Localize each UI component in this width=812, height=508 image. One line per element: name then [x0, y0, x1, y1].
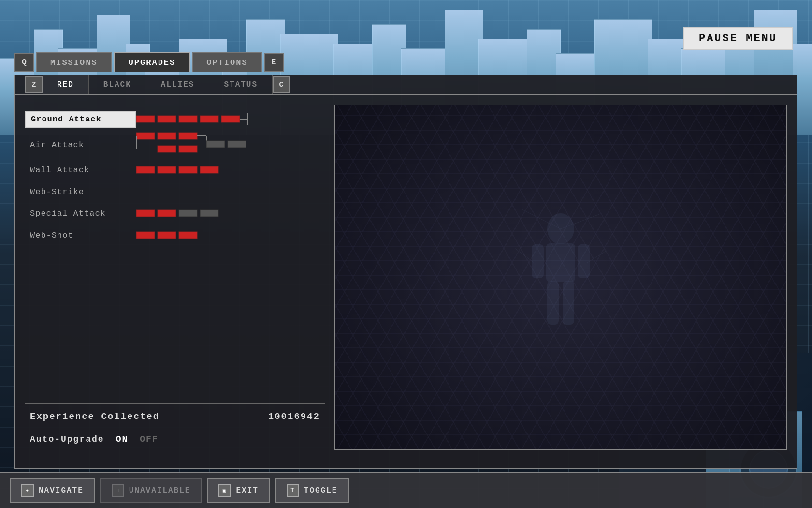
character-silhouette [512, 209, 609, 345]
navigate-icon: ✦ [21, 484, 34, 497]
svg-rect-33 [547, 281, 559, 325]
skill-name-special-attack[interactable]: Special Attack [25, 206, 136, 221]
svg-rect-17 [228, 141, 246, 148]
svg-line-38 [587, 251, 607, 263]
toggle-label: TOGGLE [304, 486, 338, 495]
exit-icon: ▣ [218, 484, 231, 497]
sub-tab-red[interactable]: RED [43, 75, 89, 94]
tab-key-e[interactable]: E [264, 53, 284, 72]
svg-rect-31 [532, 244, 544, 278]
upgrade-bars-special-attack [136, 206, 325, 221]
unavailable-button: □ UNAVAILABLE [100, 478, 203, 503]
toggle-button[interactable]: T TOGGLE [275, 478, 349, 503]
svg-rect-2 [179, 116, 197, 122]
svg-rect-4 [221, 116, 240, 122]
svg-rect-9 [179, 133, 197, 139]
upgrade-bars-web-strike [136, 184, 325, 199]
svg-rect-13 [179, 146, 197, 152]
svg-rect-8 [158, 133, 176, 139]
toggle-icon: T [287, 484, 299, 497]
pause-menu-text: PAUSE MENU [699, 32, 777, 45]
svg-rect-21 [200, 166, 218, 173]
svg-rect-34 [563, 281, 574, 325]
svg-rect-18 [136, 166, 155, 173]
content-body: Ground Attack [15, 95, 797, 460]
skill-name-wall-attack[interactable]: Wall Attack [25, 163, 136, 178]
character-panel [334, 105, 787, 450]
svg-rect-25 [200, 210, 218, 217]
content-area: Z RED BLACK ALLIES STATUS C Ground Attac… [14, 75, 798, 469]
svg-rect-3 [200, 116, 218, 122]
exit-button[interactable]: ▣ EXIT [207, 478, 270, 503]
skill-row-wall-attack[interactable]: Wall Attack [25, 158, 325, 182]
main-tabs: Q MISSIONS UPGRADES OPTIONS E [0, 52, 812, 72]
tab-key-q[interactable]: Q [14, 53, 34, 72]
sub-tab-allies[interactable]: ALLIES [146, 75, 210, 94]
skill-panel: Ground Attack [25, 105, 325, 450]
svg-rect-27 [158, 232, 176, 239]
experience-label: Experience Collected [30, 411, 160, 422]
skill-row-special-attack[interactable]: Special Attack [25, 201, 325, 225]
upgrade-bars-wall-attack [136, 163, 325, 177]
svg-rect-24 [179, 210, 197, 217]
tab-options[interactable]: OPTIONS [192, 52, 262, 72]
svg-rect-19 [158, 166, 176, 173]
navigate-button[interactable]: ✦ NAVIGATE [10, 478, 95, 503]
exit-label: EXIT [236, 486, 258, 495]
navigate-label: NAVIGATE [39, 486, 84, 495]
experience-value: 10016942 [268, 411, 320, 422]
svg-rect-22 [136, 210, 155, 217]
svg-rect-1 [158, 116, 176, 122]
unavailable-label: UNAVAILABLE [129, 486, 191, 495]
svg-rect-16 [206, 141, 225, 148]
svg-rect-32 [578, 244, 590, 278]
svg-rect-30 [546, 243, 575, 282]
skill-name-air-attack[interactable]: Air Attack [25, 137, 136, 152]
sub-tabs: Z RED BLACK ALLIES STATUS C [15, 75, 797, 95]
svg-line-37 [515, 248, 534, 263]
bottom-bar: ✦ NAVIGATE □ UNAVAILABLE ▣ EXIT T TOGGLE [0, 472, 812, 508]
skill-row-web-strike[interactable]: Web-Strike [25, 179, 325, 204]
sub-tab-status[interactable]: STATUS [209, 75, 273, 94]
svg-rect-23 [158, 210, 176, 217]
auto-upgrade-row: Auto-Upgrade ON OFF [25, 429, 325, 450]
svg-rect-28 [179, 232, 197, 239]
auto-upgrade-label: Auto-Upgrade [30, 434, 104, 444]
pause-menu-title: PAUSE MENU [683, 27, 793, 50]
sub-key-c[interactable]: C [273, 76, 290, 93]
sub-key-z[interactable]: Z [25, 76, 43, 93]
skill-name-web-shot[interactable]: Web-Shot [25, 228, 136, 243]
svg-rect-26 [136, 232, 155, 239]
tab-missions[interactable]: MISSIONS [36, 52, 112, 72]
tab-upgrades[interactable]: UPGRADES [114, 52, 190, 72]
upgrade-bars-air-attack [136, 130, 325, 159]
ui-container: PAUSE MENU Q MISSIONS UPGRADES OPTIONS E… [0, 0, 812, 508]
skill-name-web-strike[interactable]: Web-Strike [25, 184, 136, 199]
skill-name-ground-attack[interactable]: Ground Attack [25, 111, 136, 128]
experience-row: Experience Collected 10016942 [25, 403, 325, 429]
unavailable-icon: □ [112, 484, 124, 497]
svg-rect-7 [136, 133, 155, 139]
svg-rect-0 [136, 116, 155, 122]
skill-row-web-shot[interactable]: Web-Shot [25, 223, 325, 247]
auto-upgrade-on[interactable]: ON [116, 434, 129, 444]
auto-upgrade-off[interactable]: OFF [140, 434, 158, 444]
svg-rect-12 [158, 146, 176, 152]
upgrade-bars-web-shot [136, 228, 325, 242]
svg-rect-20 [179, 166, 197, 173]
sub-tab-black[interactable]: BLACK [89, 75, 146, 94]
